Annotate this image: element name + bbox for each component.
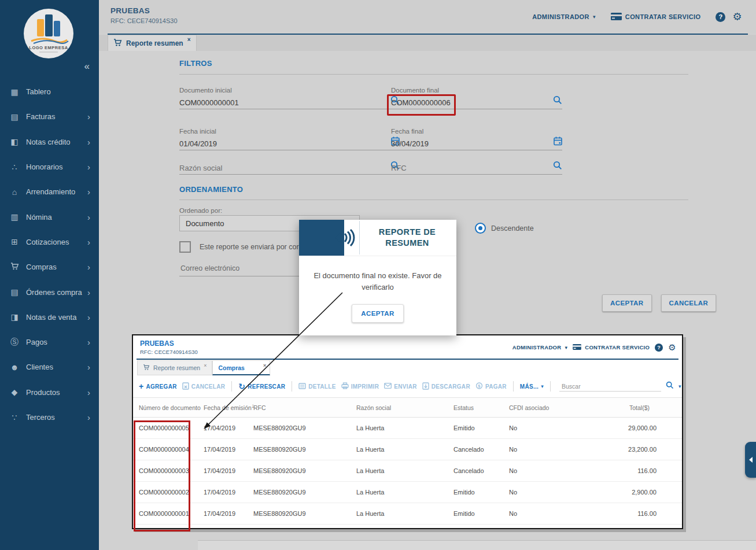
table-row[interactable]: COM0000000002 17/04/2019 MESE880920GU9 L…	[133, 482, 682, 503]
sidebar-item-label: Notas de venta	[26, 313, 85, 322]
sidebar-item-terceros[interactable]: ∵ Terceros ›	[0, 405, 99, 430]
close-icon[interactable]: ×	[263, 363, 266, 368]
detalle-button[interactable]: DETALLE	[298, 383, 335, 390]
enviar-button[interactable]: ENVIAR	[384, 383, 417, 390]
button-label: REFRESCAR	[248, 383, 285, 390]
inner-tab-reporte-resumen[interactable]: Reporte resumen ×	[137, 360, 212, 375]
rfc-input[interactable]	[391, 164, 550, 172]
contratar-servicio-button[interactable]: CONTRATAR SERVICIO	[611, 13, 701, 21]
col-header-numero[interactable]: Número de documento	[139, 404, 204, 411]
razon-social-input[interactable]	[179, 164, 387, 172]
user-menu[interactable]: ADMINISTRADOR ▾	[532, 13, 596, 20]
cancelar-doc-button[interactable]: CANCELAR	[182, 382, 226, 391]
table-row[interactable]: COM0000000004 17/04/2019 MESE880920GU9 L…	[133, 439, 682, 460]
calendar-icon[interactable]	[554, 136, 562, 148]
sidebar-item-label: Tablero	[26, 87, 90, 96]
agregar-button[interactable]: + AGREGAR	[139, 382, 177, 391]
sidebar-item-label: Pagos	[26, 338, 85, 346]
refresh-icon: ↻	[238, 382, 245, 391]
close-icon[interactable]: ×	[204, 363, 206, 368]
sidebar-item-tablero[interactable]: ▦ Tablero	[0, 79, 99, 104]
sidebar-item-honorarios[interactable]: ∴ Honorarios ›	[0, 154, 99, 179]
cell-razon: La Huerta	[356, 446, 453, 453]
chevron-right-icon: ›	[87, 212, 90, 222]
aceptar-button[interactable]: ACEPTAR	[602, 294, 652, 312]
sidebar-item-arrendamiento[interactable]: ⌂ Arrendamiento ›	[0, 179, 99, 204]
inner-company-rfc: RFC: CECE740914S30	[140, 349, 198, 355]
pay-icon: $	[475, 382, 483, 390]
sidebar: LOGO EMPRESA « ▦ Tablero ▤ Facturas › ◧ …	[0, 0, 99, 550]
sidebar-item-ordenes-compra[interactable]: ▤ Órdenes compra ›	[0, 279, 99, 304]
table-row[interactable]: COM0000000003 17/04/2019 MESE880920GU9 L…	[133, 460, 682, 482]
fecha-inicial-input[interactable]	[179, 139, 388, 148]
inner-top-header: PRUEBAS RFC: CECE740914S30 ADMINISTRADOR…	[133, 335, 682, 359]
close-icon[interactable]: ×	[187, 36, 191, 43]
documento-inicial-input[interactable]	[179, 98, 387, 107]
col-header-rfc[interactable]: RFC	[253, 404, 356, 411]
dialog-title: REPORTE DE RESUMEN	[360, 220, 454, 256]
col-header-razon[interactable]: Razón social	[356, 404, 453, 411]
mas-button[interactable]: MÁS... ▾	[520, 383, 544, 390]
col-header-total[interactable]: Total($)	[583, 404, 682, 411]
sidebar-item-clientes[interactable]: ☻ Clientes ›	[0, 355, 99, 379]
help-icon[interactable]: ?	[655, 344, 663, 352]
search-box: ▾	[559, 381, 681, 392]
search-icon[interactable]	[666, 381, 674, 392]
fecha-final-input[interactable]	[391, 139, 550, 148]
refrescar-button[interactable]: ↻ REFRESCAR	[238, 382, 285, 391]
slide-panel-handle[interactable]	[745, 442, 756, 478]
checkbox-unchecked-icon[interactable]	[179, 241, 191, 253]
col-header-estatus[interactable]: Estatus	[453, 404, 509, 411]
tab-reporte-resumen[interactable]: Reporte resumen ×	[108, 35, 197, 53]
sidebar-item-notas-credito[interactable]: ◧ Notas crédito ›	[0, 130, 99, 154]
inner-contratar-servicio-button[interactable]: CONTRATAR SERVICIO	[573, 344, 650, 351]
inner-user-menu[interactable]: ADMINISTRADOR ▾	[512, 344, 567, 350]
col-header-fecha[interactable]: Fecha de emisión ↓	[204, 404, 253, 411]
invoice-icon: ▤	[9, 112, 20, 121]
chevron-down-icon[interactable]: ▾	[678, 383, 681, 389]
sidebar-item-pagos[interactable]: Ⓢ Pagos ›	[0, 330, 99, 355]
sidebar-item-nomina[interactable]: ▥ Nómina ›	[0, 204, 99, 229]
sidebar-item-notas-venta[interactable]: ◨ Notas de venta ›	[0, 305, 99, 330]
buscar-input[interactable]	[559, 382, 661, 392]
table-row[interactable]: COM0000000001 17/04/2019 MESE880920GU9 L…	[133, 503, 682, 525]
table-row[interactable]: COM0000000005 17/04/2019 MESE880920GU9 L…	[133, 418, 682, 439]
gear-icon[interactable]: ⚙	[668, 343, 676, 352]
descargar-button[interactable]: DESCARGAR	[422, 382, 470, 391]
search-icon[interactable]	[553, 95, 562, 107]
embedded-screenshot-window: PRUEBAS RFC: CECE740914S30 ADMINISTRADOR…	[132, 334, 683, 529]
search-icon[interactable]	[553, 161, 562, 172]
top-header: PRUEBAS RFC: CECE740914S30 ADMINISTRADOR…	[99, 0, 756, 34]
cell-fecha: 17/04/2019	[204, 467, 253, 474]
sidebar-item-cotizaciones[interactable]: ⊞ Cotizaciones ›	[0, 230, 99, 254]
cancelar-button[interactable]: CANCELAR	[661, 294, 717, 312]
field-label: Documento final	[391, 87, 562, 94]
help-icon[interactable]: ?	[716, 12, 725, 22]
cell-estatus: Emitido	[453, 489, 509, 496]
sidebar-collapse-icon[interactable]: «	[84, 61, 90, 72]
reporte-resumen-dialog: REPORTE DE RESUMEN El documento final no…	[299, 220, 456, 335]
dialog-title-line1: REPORTE DE	[379, 227, 436, 238]
radio-selected-icon[interactable]	[475, 223, 486, 234]
imprimir-button[interactable]: IMPRIMIR	[341, 382, 379, 390]
sidebar-item-productos[interactable]: ◆ Productos ›	[0, 380, 99, 405]
inner-tab-compras[interactable]: Compras ×	[212, 360, 270, 375]
gear-icon[interactable]: ⚙	[732, 12, 742, 22]
button-label: MÁS...	[520, 383, 539, 390]
user-menu-label: ADMINISTRADOR	[512, 344, 562, 350]
col-header-cfdi[interactable]: CFDI asociado	[509, 404, 583, 411]
cell-razon: La Huerta	[356, 489, 453, 496]
footer-strip	[198, 540, 756, 550]
tab-label: Compras	[218, 364, 245, 371]
sidebar-item-compras[interactable]: Compras ›	[0, 254, 99, 279]
sidebar-item-facturas[interactable]: ▤ Facturas ›	[0, 104, 99, 129]
cell-razon: La Huerta	[356, 467, 453, 474]
cart-icon	[9, 263, 20, 272]
user-menu-label: ADMINISTRADOR	[532, 13, 589, 20]
company-logo: LOGO EMPRESA	[14, 5, 83, 62]
pagar-button[interactable]: $ PAGAR	[475, 382, 507, 390]
sidebar-item-label: Terceros	[26, 413, 85, 422]
section-divider	[179, 200, 688, 200]
sort-descending-icon: ↓	[252, 402, 255, 409]
dialog-aceptar-button[interactable]: ACEPTAR	[352, 304, 404, 323]
